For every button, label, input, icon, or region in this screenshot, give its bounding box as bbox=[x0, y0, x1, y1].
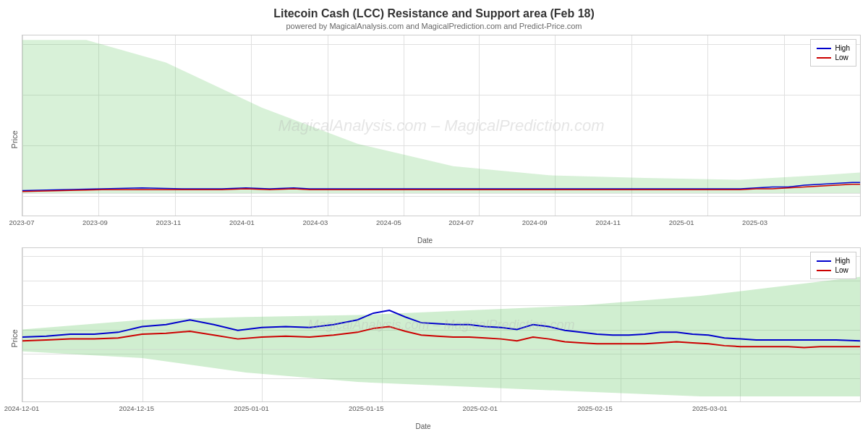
top-y-ticks: 0.3 0.2 0.1 0.0 bbox=[860, 35, 861, 216]
top-legend: High Low bbox=[810, 39, 856, 67]
top-xtick-7: 2024-09 bbox=[522, 218, 548, 226]
top-xtick-8: 2024-11 bbox=[595, 218, 621, 226]
top-ytick-03: 0.3 bbox=[860, 39, 861, 46]
top-xtick-1: 2023-09 bbox=[82, 218, 108, 226]
bottom-legend: High Low bbox=[810, 252, 856, 279]
bot-xtick-1: 2024-12-15 bbox=[119, 404, 154, 412]
bot-xtick-4: 2025-02-01 bbox=[462, 404, 498, 412]
bot-xtick-0: 2024-12-01 bbox=[4, 404, 40, 412]
top-legend-low-label: Low bbox=[835, 54, 848, 61]
top-chart-container: Price 0.3 0.2 0.1 0.0 bbox=[7, 35, 861, 244]
bottom-chart-container: Price 0.04 0.03 0.02 0.01 0.00 -0.01 bbox=[7, 247, 861, 430]
bottom-legend-low-label: Low bbox=[835, 266, 848, 274]
top-xtick-2: 2023-11 bbox=[156, 218, 181, 226]
bot-grid-v-7 bbox=[860, 248, 861, 401]
bottom-legend-low: Low bbox=[817, 266, 850, 274]
top-xtick-4: 2024-03 bbox=[302, 218, 328, 226]
charts-wrapper: Price 0.3 0.2 0.1 0.0 bbox=[0, 35, 868, 430]
main-container: Litecoin Cash (LCC) Resistance and Suppo… bbox=[0, 0, 868, 434]
bottom-legend-high-line bbox=[817, 260, 831, 262]
bot-xtick-6: 2025-03-01 bbox=[692, 404, 728, 412]
top-legend-high-label: High bbox=[835, 44, 850, 52]
bottom-ytick-002: 0.02 bbox=[860, 300, 861, 307]
bottom-legend-low-line bbox=[817, 270, 831, 271]
bottom-x-label: Date bbox=[22, 422, 825, 430]
bot-xtick-2: 2025-01-01 bbox=[234, 404, 269, 412]
top-chart-plot: 0.3 0.2 0.1 0.0 bbox=[22, 35, 861, 216]
top-ytick-02: 0.2 bbox=[860, 90, 861, 97]
top-chart-svg bbox=[22, 35, 860, 216]
top-ytick-00: 0.0 bbox=[860, 191, 861, 198]
bottom-ytick-001: 0.01 bbox=[860, 325, 861, 332]
top-xtick-5: 2024-05 bbox=[376, 218, 401, 226]
top-xtick-0: 2023-07 bbox=[9, 218, 35, 226]
bottom-legend-high-label: High bbox=[835, 257, 850, 265]
chart-subtitle: powered by MagicalAnalysis.com and Magic… bbox=[286, 22, 582, 30]
bot-xtick-5: 2025-02-15 bbox=[577, 404, 613, 412]
chart-title: Litecoin Cash (LCC) Resistance and Suppo… bbox=[273, 7, 595, 20]
grid-v-11 bbox=[860, 35, 861, 216]
bottom-ytick-000: 0.00 bbox=[860, 349, 861, 357]
bottom-y-ticks: 0.04 0.03 0.02 0.01 0.00 -0.01 bbox=[860, 248, 861, 401]
top-legend-low-line bbox=[817, 57, 831, 59]
top-legend-low: Low bbox=[817, 54, 850, 61]
top-xtick-6: 2024-07 bbox=[448, 218, 474, 226]
bottom-ytick-004: 0.04 bbox=[860, 252, 861, 259]
bottom-ytick-n001: -0.01 bbox=[860, 374, 861, 381]
bottom-chart-svg bbox=[22, 248, 860, 401]
top-x-label: Date bbox=[22, 237, 828, 244]
bottom-legend-high: High bbox=[817, 257, 850, 265]
bot-xtick-3: 2025-01-15 bbox=[349, 404, 384, 412]
top-ytick-01: 0.1 bbox=[860, 140, 861, 148]
top-legend-high-line bbox=[817, 48, 831, 49]
bottom-x-axis: 2024-12-01 2024-12-15 2025-01-01 2025-01… bbox=[22, 402, 825, 422]
top-legend-high: High bbox=[817, 44, 850, 52]
top-xtick-10: 2025-03 bbox=[742, 218, 767, 226]
top-x-axis: 2023-07 2023-09 2023-11 2024-01 2024-03 … bbox=[22, 216, 828, 237]
bottom-y-label: Price bbox=[7, 247, 22, 430]
top-xtick-9: 2025-01 bbox=[669, 218, 694, 226]
top-y-label: Price bbox=[7, 35, 22, 244]
bottom-chart-plot: 0.04 0.03 0.02 0.01 0.00 -0.01 bbox=[22, 247, 861, 402]
bottom-ytick-003: 0.03 bbox=[860, 276, 861, 284]
bottom-chart-inner: 0.04 0.03 0.02 0.01 0.00 -0.01 bbox=[22, 247, 861, 430]
top-chart-inner: 0.3 0.2 0.1 0.0 bbox=[22, 35, 861, 244]
top-xtick-3: 2024-01 bbox=[229, 218, 255, 226]
top-green-band bbox=[22, 40, 860, 193]
